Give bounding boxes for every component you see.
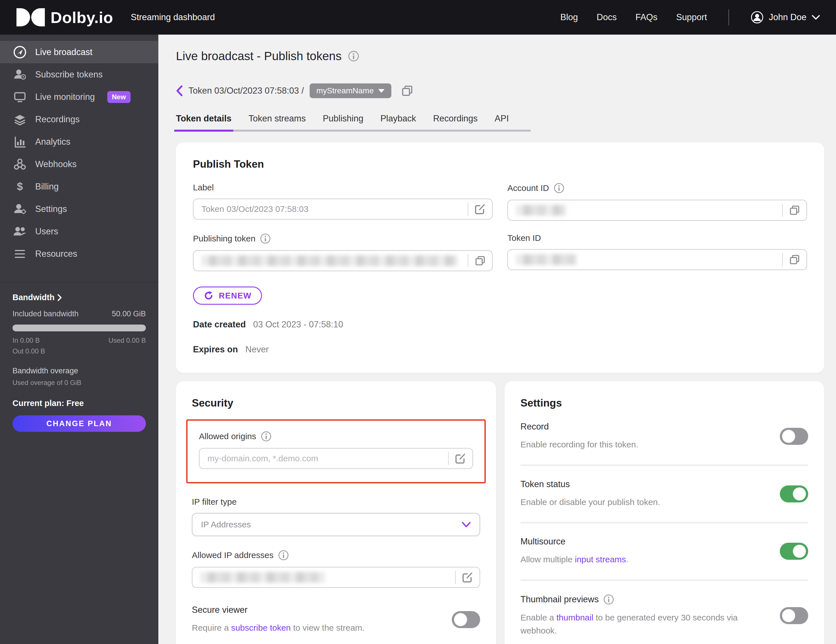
- page-title: Live broadcast - Publish tokens: [176, 49, 342, 63]
- tab-playback[interactable]: Playback: [380, 114, 416, 132]
- sidebar-item-users[interactable]: Users: [0, 220, 158, 243]
- subscribe-token-link[interactable]: subscribe token: [231, 623, 291, 633]
- sidebar-item-settings[interactable]: Settings: [0, 198, 158, 220]
- token-id-input: [508, 249, 807, 270]
- allowed-ip-input: [192, 567, 480, 588]
- record-toggle[interactable]: [780, 428, 808, 445]
- tab-recordings[interactable]: Recordings: [433, 114, 478, 132]
- expires-on-label: Expires on: [193, 344, 238, 355]
- thumbnail-previews-toggle[interactable]: [780, 607, 808, 624]
- token-status-label: Token status: [521, 479, 771, 489]
- redacted-publishing-token: [201, 255, 457, 266]
- multisource-toggle[interactable]: [780, 543, 808, 560]
- dolby-logo[interactable]: Dolby.io: [16, 8, 113, 27]
- info-icon[interactable]: [554, 183, 565, 194]
- chevron-down-icon: [461, 522, 471, 528]
- info-icon[interactable]: [261, 431, 271, 442]
- avatar-icon: [751, 11, 764, 24]
- new-badge: New: [107, 91, 130, 103]
- chevron-right-icon: [57, 294, 62, 301]
- thumbnail-link[interactable]: thumbnail: [557, 613, 593, 622]
- settings-heading: Settings: [521, 397, 808, 409]
- nav-link-docs[interactable]: Docs: [597, 12, 617, 23]
- users-icon: [13, 225, 27, 238]
- nav-link-faqs[interactable]: FAQs: [635, 12, 658, 23]
- billing-icon: $: [13, 180, 27, 194]
- sidebar-item-webhooks[interactable]: Webhooks: [0, 153, 158, 175]
- tab-token-streams[interactable]: Token streams: [248, 114, 306, 132]
- copy-icon[interactable]: [401, 85, 413, 97]
- publish-token-card: Publish Token Label: [176, 142, 824, 373]
- tab-token-details[interactable]: Token details: [176, 114, 232, 132]
- header-divider: [728, 9, 729, 25]
- breadcrumb: Token 03/Oct/2023 07:58:03 / myStreamNam…: [176, 83, 824, 98]
- secure-viewer-toggle[interactable]: [452, 611, 480, 628]
- info-icon[interactable]: [603, 594, 614, 605]
- change-plan-button[interactable]: CHANGE PLAN: [13, 415, 146, 432]
- bandwidth-overage-value: Used overage of 0 GiB: [13, 379, 146, 387]
- sidebar-item-label: Webhooks: [35, 159, 77, 170]
- ip-filter-type-select[interactable]: IP Addresses: [192, 513, 480, 536]
- label-input-field[interactable]: [201, 204, 468, 214]
- redacted-token-id: [516, 254, 577, 265]
- label-input: [193, 199, 493, 220]
- edit-icon[interactable]: [468, 204, 492, 215]
- sidebar-item-subscribe-tokens[interactable]: Subscribe tokens: [0, 63, 158, 86]
- allowed-ip-label: Allowed IP addresses: [192, 550, 274, 560]
- sidebar-item-live-monitoring[interactable]: Live monitoring New: [0, 86, 158, 108]
- record-desc: Enable recording for this token.: [521, 438, 771, 452]
- token-status-desc: Enable or disable your publish token.: [521, 496, 771, 509]
- secure-viewer-desc: Require a: [192, 623, 231, 633]
- settings-icon: [13, 202, 27, 216]
- edit-icon[interactable]: [456, 572, 480, 583]
- multisource-desc: Allow multiple: [521, 554, 575, 564]
- sidebar-item-recordings[interactable]: Recordings: [0, 108, 158, 130]
- sidebar-item-analytics[interactable]: Analytics: [0, 130, 158, 153]
- divider: [521, 522, 808, 523]
- edit-icon[interactable]: [449, 453, 472, 464]
- bandwidth-panel: Bandwidth Included bandwidth 50.00 GiB I…: [0, 282, 158, 432]
- token-status-toggle[interactable]: [780, 486, 808, 502]
- renew-button[interactable]: RENEW: [193, 287, 262, 305]
- caret-down-icon: [378, 89, 385, 93]
- sidebar-item-label: Analytics: [35, 137, 70, 147]
- date-created-label: Date created: [193, 320, 246, 330]
- copy-icon[interactable]: [783, 205, 807, 216]
- account-id-label: Account ID: [508, 183, 549, 193]
- main-content: Live broadcast - Publish tokens Token 03…: [158, 34, 836, 644]
- label-field-label: Label: [193, 183, 214, 192]
- sidebar-item-live-broadcast[interactable]: Live broadcast: [0, 41, 158, 63]
- user-menu[interactable]: John Doe: [751, 11, 820, 24]
- allowed-origins-field[interactable]: [207, 454, 448, 463]
- breadcrumb-token: Token 03/Oct/2023 07:58:03 /: [188, 86, 304, 96]
- recordings-icon: [13, 112, 27, 126]
- chevron-down-icon: [812, 15, 820, 20]
- stream-name-dropdown[interactable]: myStreamName: [310, 83, 391, 98]
- resources-icon: [13, 247, 27, 261]
- sidebar-item-label: Settings: [35, 204, 67, 214]
- info-icon[interactable]: [278, 550, 289, 561]
- record-label: Record: [521, 422, 771, 432]
- tab-api[interactable]: API: [495, 114, 509, 132]
- nav-link-support[interactable]: Support: [676, 12, 707, 23]
- webhooks-icon: [13, 157, 27, 171]
- input-streams-link[interactable]: input streams: [575, 554, 626, 564]
- info-icon[interactable]: [260, 233, 271, 244]
- sidebar-item-billing[interactable]: $ Billing: [0, 175, 158, 198]
- copy-icon[interactable]: [468, 255, 492, 266]
- divider: [521, 465, 808, 466]
- redacted-ip-addresses: [200, 572, 325, 583]
- sidebar-item-label: Live monitoring: [35, 92, 95, 102]
- publishing-token-label: Publishing token: [193, 234, 255, 243]
- tab-publishing[interactable]: Publishing: [323, 114, 363, 132]
- sidebar-item-resources[interactable]: Resources: [0, 243, 158, 265]
- included-bandwidth-label: Included bandwidth: [13, 310, 78, 318]
- bandwidth-link[interactable]: Bandwidth: [13, 293, 146, 302]
- redacted-account-id: [516, 205, 565, 215]
- svg-text:$: $: [17, 181, 23, 192]
- back-chevron-icon[interactable]: [176, 85, 183, 96]
- info-icon[interactable]: [348, 51, 359, 62]
- copy-icon[interactable]: [783, 254, 807, 265]
- nav-link-blog[interactable]: Blog: [560, 12, 578, 23]
- top-header: Dolby.io Streaming dashboard Blog Docs F…: [0, 0, 836, 34]
